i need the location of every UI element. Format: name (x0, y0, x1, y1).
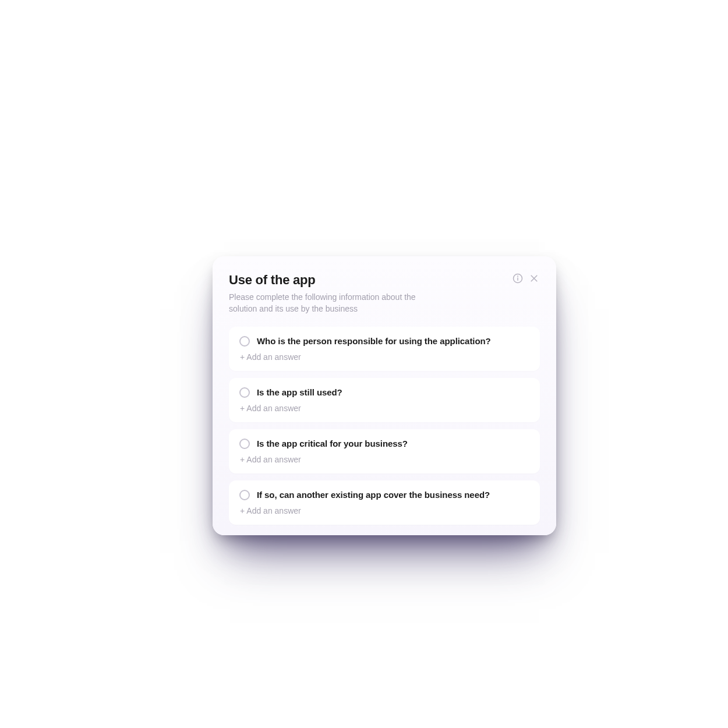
svg-point-2 (518, 276, 518, 277)
question-row: Is the app critical for your business? (239, 439, 529, 449)
radio-circle-icon[interactable] (239, 439, 250, 449)
info-icon[interactable] (512, 273, 524, 284)
question-text: Is the app critical for your business? (257, 439, 408, 448)
question-text: Is the app still used? (257, 387, 342, 397)
question-row: If so, can another existing app cover th… (239, 490, 529, 500)
radio-circle-icon[interactable] (239, 490, 250, 500)
add-answer-button[interactable]: + Add an answer (239, 506, 529, 515)
radio-circle-icon[interactable] (239, 336, 250, 347)
question-card: Who is the person responsible for using … (229, 327, 540, 371)
question-row: Is the app still used? (239, 387, 529, 398)
question-text: If so, can another existing app cover th… (257, 490, 490, 500)
question-text: Who is the person responsible for using … (257, 336, 491, 346)
add-answer-button[interactable]: + Add an answer (239, 455, 529, 464)
modal-title: Use of the app (229, 273, 316, 288)
question-card: Is the app critical for your business? +… (229, 429, 540, 473)
add-answer-button[interactable]: + Add an answer (239, 352, 529, 362)
question-card: If so, can another existing app cover th… (229, 480, 540, 525)
use-of-app-modal: Use of the app Please complete the follo… (213, 256, 556, 535)
add-answer-button[interactable]: + Add an answer (239, 404, 529, 413)
radio-circle-icon[interactable] (239, 387, 250, 398)
question-list: Who is the person responsible for using … (229, 327, 540, 525)
close-icon[interactable] (528, 273, 540, 284)
modal-controls (512, 273, 540, 284)
modal-header: Use of the app (229, 273, 540, 288)
modal-subtitle: Please complete the following informatio… (229, 291, 421, 315)
question-row: Who is the person responsible for using … (239, 336, 529, 347)
question-card: Is the app still used? + Add an answer (229, 378, 540, 422)
